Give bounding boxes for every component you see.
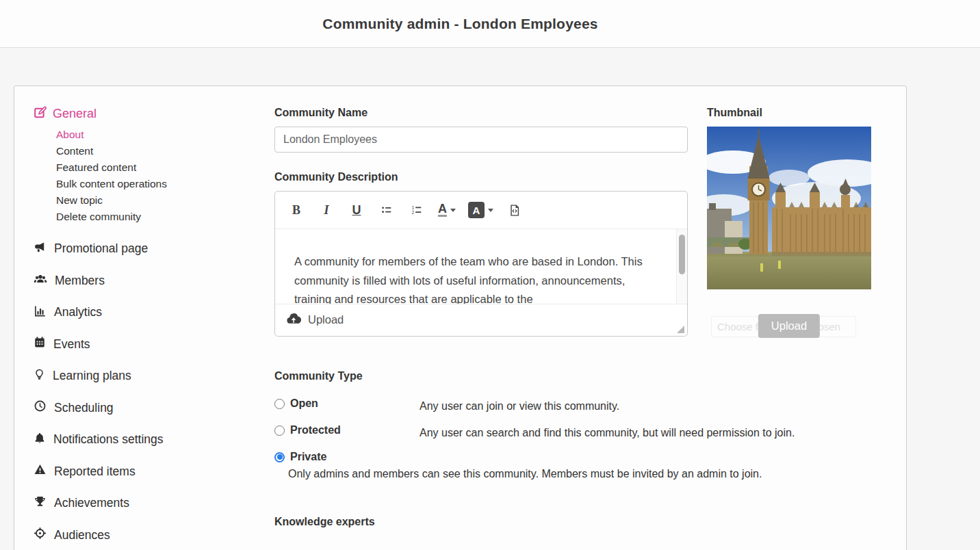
users-icon	[34, 272, 47, 289]
target-icon	[34, 527, 47, 543]
bold-button[interactable]: B	[285, 199, 308, 221]
thumbnail-label: Thumbnail	[707, 107, 871, 119]
knowledge-experts-label: Knowledge experts	[274, 516, 871, 528]
type-option-protected-row: Protected Any user can search and find t…	[274, 424, 871, 441]
editor-resize-handle[interactable]	[677, 326, 684, 333]
unordered-list-button[interactable]	[375, 199, 398, 221]
admin-card: General About Content Featured content B…	[14, 86, 907, 550]
chevron-down-icon	[488, 209, 493, 212]
sidebar-item-label: Members	[55, 274, 105, 288]
type-option-open[interactable]: Open	[274, 397, 420, 410]
sidebar-item-label: General	[53, 107, 96, 121]
editor-toolbar: B I U 12 A A	[275, 192, 687, 229]
sidebar-item-audiences[interactable]: Audiences	[34, 527, 274, 543]
clock-icon	[34, 400, 47, 416]
type-open-description: Any user can join or view this community…	[420, 397, 619, 415]
sidebar-item-scheduling[interactable]: Scheduling	[34, 400, 274, 416]
trophy-icon	[34, 495, 47, 512]
file-code-icon	[508, 204, 521, 217]
calendar-icon	[34, 336, 46, 352]
highlight-color-button[interactable]: A	[465, 199, 496, 221]
rich-text-editor: B I U 12 A A	[274, 191, 688, 337]
sidebar-item-analytics[interactable]: Analytics	[34, 304, 274, 321]
warning-icon	[34, 463, 47, 480]
ordered-list-button[interactable]: 12	[405, 199, 428, 221]
type-private-description: Only admins and members can see this com…	[288, 466, 771, 483]
description-editor-area[interactable]: A community for members of the team who …	[275, 229, 687, 304]
type-protected-description: Any user can search and find this commun…	[420, 424, 795, 441]
sidebar-item-general[interactable]: General	[34, 105, 274, 122]
bar-chart-icon	[34, 304, 47, 321]
community-name-label: Community Name	[274, 107, 688, 119]
community-type-label: Community Type	[274, 370, 871, 382]
admin-sidebar: General About Content Featured content B…	[34, 104, 274, 550]
editor-scrollbar[interactable]	[676, 229, 687, 304]
type-option-private-row: Private	[274, 451, 871, 463]
sidebar-item-content[interactable]: Content	[56, 143, 274, 159]
edit-icon	[34, 105, 47, 122]
text-color-icon: A	[438, 203, 447, 217]
sidebar-item-label: Learning plans	[53, 369, 131, 383]
sidebar-item-achievements[interactable]: Achievements	[34, 495, 274, 512]
code-view-button[interactable]	[503, 199, 526, 221]
lightbulb-icon	[34, 368, 45, 384]
page-title: Community admin - London Employees	[322, 16, 597, 31]
thumbnail-image	[707, 127, 871, 289]
sidebar-item-learning-plans[interactable]: Learning plans	[34, 368, 274, 384]
community-name-input[interactable]	[274, 127, 688, 153]
sidebar-item-label: Reported items	[54, 464, 136, 479]
sidebar-item-label: Notifications settings	[53, 432, 164, 447]
svg-text:2: 2	[412, 210, 415, 215]
sidebar-item-label: Audiences	[54, 528, 110, 542]
sidebar-item-about[interactable]: About	[56, 127, 274, 143]
bullet-list-icon	[381, 204, 393, 216]
sidebar-item-reported-items[interactable]: Reported items	[34, 463, 274, 480]
italic-button[interactable]: I	[315, 199, 338, 221]
radio-open[interactable]	[274, 399, 285, 409]
megaphone-icon	[34, 241, 47, 257]
community-description-label: Community Description	[274, 171, 688, 183]
sidebar-item-events[interactable]: Events	[34, 336, 274, 352]
sidebar-item-label: Analytics	[54, 305, 102, 319]
type-option-open-row: Open Any user can join or view this comm…	[274, 397, 871, 415]
cloud-upload-icon	[286, 312, 302, 327]
sidebar-item-new-topic[interactable]: New topic	[56, 192, 274, 209]
text-color-button[interactable]: A	[435, 199, 459, 221]
sidebar-item-label: Scheduling	[54, 401, 114, 415]
type-option-private[interactable]: Private	[274, 451, 420, 463]
knowledge-experts-section: Knowledge experts	[274, 516, 871, 528]
sidebar-item-promotional-page[interactable]: Promotional page	[34, 241, 274, 257]
sidebar-item-members[interactable]: Members	[34, 272, 274, 289]
community-type-section: Community Type Open Any user can join or…	[274, 370, 871, 483]
general-sub-menu: About Content Featured content Bulk cont…	[56, 127, 274, 225]
sidebar-item-notifications-settings[interactable]: Notifications settings	[34, 432, 274, 448]
radio-protected[interactable]	[274, 425, 285, 436]
radio-private[interactable]	[274, 452, 285, 462]
bell-icon	[34, 432, 46, 448]
editor-upload-label: Upload	[308, 313, 344, 326]
sidebar-item-delete-community[interactable]: Delete community	[56, 209, 274, 225]
chevron-down-icon	[450, 209, 456, 212]
sidebar-item-featured-content[interactable]: Featured content	[56, 159, 274, 176]
main-content: Community Name Community Description B I…	[274, 104, 871, 550]
highlight-color-icon: A	[468, 202, 485, 218]
numbered-list-icon: 12	[411, 204, 423, 216]
editor-scrollbar-thumb[interactable]	[679, 235, 685, 274]
underline-button[interactable]: U	[345, 199, 368, 221]
sidebar-item-label: Events	[53, 337, 90, 352]
thumbnail-upload-button[interactable]: Upload	[758, 314, 820, 338]
type-option-protected[interactable]: Protected	[274, 424, 420, 436]
editor-upload-dropzone[interactable]: Upload	[275, 304, 687, 336]
sidebar-item-bulk-content-operations[interactable]: Bulk content operations	[56, 176, 274, 192]
description-text[interactable]: A community for members of the team who …	[275, 229, 687, 304]
app-header: Community admin - London Employees	[0, 0, 980, 48]
sidebar-item-label: Achievements	[54, 496, 129, 510]
svg-text:1: 1	[412, 205, 415, 210]
sidebar-item-label: Promotional page	[54, 241, 148, 256]
